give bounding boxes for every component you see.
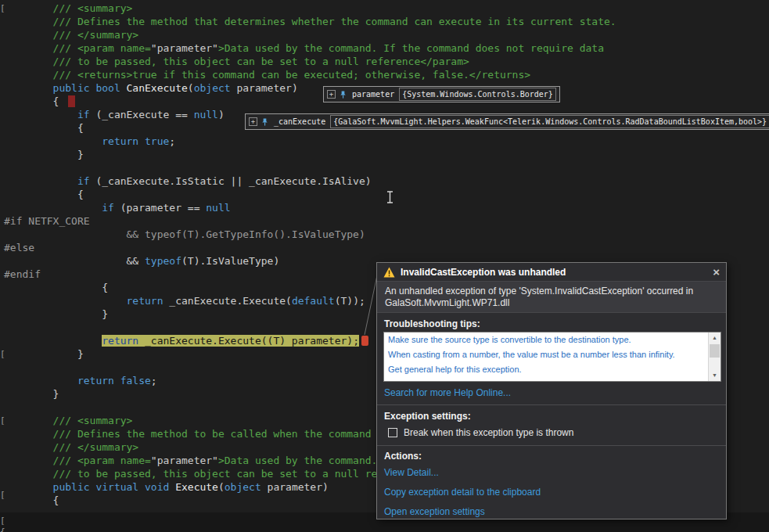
- variable-name: _canExecute: [272, 117, 327, 126]
- code-line: return true;: [4, 135, 616, 148]
- code-line: [4, 161, 616, 174]
- troubleshooting-tips-label: Troubleshooting tips:: [384, 318, 480, 329]
- fold-marker[interactable]: {: [0, 525, 5, 532]
- datatip-canexecute[interactable]: + _canExecute {GalaSoft.MvvmLight.Helper…: [245, 113, 769, 130]
- warning-icon: [383, 267, 395, 278]
- separator: [377, 445, 726, 446]
- code-line: && typeof(T).GetTypeInfo().IsValueType): [4, 228, 616, 241]
- break-checkbox[interactable]: [388, 428, 397, 437]
- view-detail-link[interactable]: View Detail...: [384, 467, 439, 478]
- code-line: /// </summary>: [4, 28, 616, 41]
- pin-icon[interactable]: [339, 90, 347, 99]
- variable-value: {GalaSoft.MvvmLight.Helpers.WeakFunc<Tel…: [330, 115, 769, 128]
- variable-name: parameter: [350, 90, 396, 99]
- code-line: /// <param name="parameter">Data used by…: [4, 41, 616, 55]
- exception-statement-highlight: return _canExecute.Execute((T) parameter…: [102, 335, 359, 347]
- code-line: {: [4, 188, 616, 201]
- pin-icon[interactable]: [261, 117, 269, 127]
- exception-message: An unhandled exception of type 'System.I…: [377, 281, 726, 313]
- scroll-down-icon[interactable]: ▼: [709, 370, 720, 381]
- fold-marker[interactable]: [: [0, 347, 5, 361]
- open-settings-link[interactable]: Open exception settings: [384, 506, 485, 517]
- copy-detail-link[interactable]: Copy exception detail to the clipboard: [384, 487, 541, 498]
- dialog-title-bar[interactable]: InvalidCastException was unhandled ×: [377, 263, 726, 281]
- variable-value: {System.Windows.Controls.Border}: [399, 88, 556, 101]
- tip-link[interactable]: Get general help for this exception.: [384, 362, 720, 377]
- break-checkbox-row[interactable]: Break when this exception type is thrown: [388, 427, 573, 438]
- code-line: if (parameter == null: [4, 201, 616, 214]
- close-icon[interactable]: ×: [713, 266, 720, 278]
- troubleshooting-tips-list[interactable]: Make sure the source type is convertible…: [383, 332, 721, 382]
- code-line: }: [4, 148, 616, 161]
- actions-label: Actions:: [384, 451, 422, 462]
- tips-scrollbar[interactable]: ▲ ▼: [708, 332, 720, 381]
- scroll-up-icon[interactable]: ▲: [709, 332, 720, 343]
- code-line: #else: [4, 241, 616, 254]
- expand-icon[interactable]: +: [327, 90, 336, 99]
- datatip-parameter[interactable]: + parameter {System.Windows.Controls.Bor…: [323, 86, 560, 102]
- break-checkbox-label: Break when this exception type is thrown: [404, 427, 573, 438]
- exception-dialog: InvalidCastException was unhandled × An …: [376, 262, 727, 519]
- exception-settings-label: Exception settings:: [384, 411, 471, 422]
- tip-link[interactable]: When casting from a number, the value mu…: [384, 347, 720, 362]
- code-line: if (_canExecute.IsStatic || _canExecute.…: [4, 174, 616, 188]
- code-line: /// <summary>: [4, 2, 616, 15]
- separator: [377, 404, 726, 405]
- tip-link[interactable]: Make sure the source type is convertible…: [384, 332, 720, 347]
- dialog-title: InvalidCastException was unhandled: [401, 267, 566, 278]
- search-help-link[interactable]: Search for more Help Online...: [384, 387, 511, 398]
- fold-marker[interactable]: [: [0, 2, 5, 15]
- error-marker: [68, 95, 75, 107]
- expand-icon[interactable]: +: [249, 117, 257, 126]
- scrollbar-thumb[interactable]: [710, 344, 720, 358]
- code-line: /// <returns>true if this command can be…: [4, 68, 616, 81]
- code-line: /// Defines the method that determines w…: [4, 15, 616, 28]
- fold-marker[interactable]: [: [0, 414, 5, 427]
- code-line: /// to be passed, this object can be set…: [4, 55, 616, 68]
- code-line: #if NETFX_CORE: [4, 214, 616, 228]
- fold-marker[interactable]: [: [0, 488, 5, 501]
- exception-source-icon: [361, 336, 368, 346]
